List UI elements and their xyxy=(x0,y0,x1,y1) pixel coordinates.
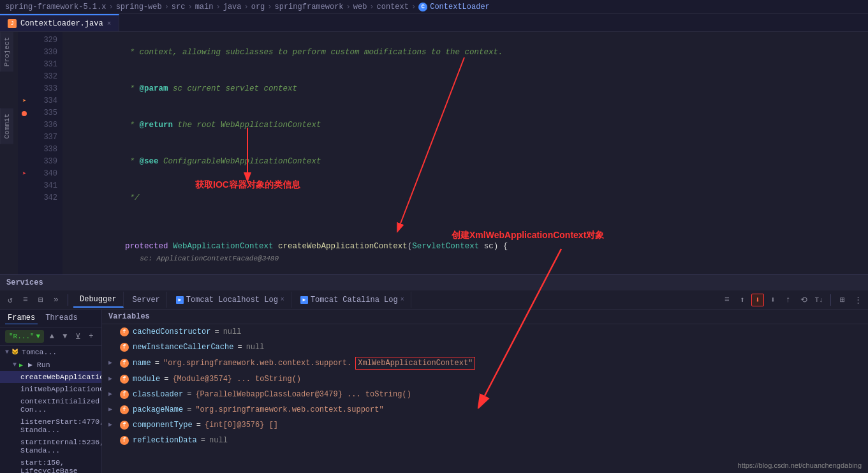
var-row-module[interactable]: ▶ f module = {Module@3574} ... toString(… xyxy=(102,372,868,387)
breadcrumb-item-0[interactable]: spring-framework-5.1.x xyxy=(5,3,106,11)
tree-label-ctxinit: contextInitialized:103, Con... xyxy=(20,397,102,414)
var-expand-name: ▶ xyxy=(108,357,116,369)
settings-btn[interactable]: ≡ xyxy=(721,294,733,306)
up-nav-btn[interactable]: ▲ xyxy=(47,330,57,343)
tab-server[interactable]: Server xyxy=(126,292,167,308)
tab-close-button[interactable]: × xyxy=(107,20,112,27)
breadcrumb-bar: spring-framework-5.1.x › spring-web › sr… xyxy=(0,0,868,14)
breadcrumb-item-active[interactable]: ContextLoader xyxy=(430,3,490,11)
type-webappcontext: WebApplicationContext xyxy=(173,242,274,251)
var-value-name-prefix: "org.springframework.web.context.support… xyxy=(163,357,351,369)
editor-area: ➤ ➤ 329 330 331 332 333 334 335 xyxy=(18,32,868,274)
tomcat-localhost-close[interactable]: × xyxy=(281,296,284,303)
var-row-reflectiondata[interactable]: f reflectionData = null xyxy=(102,433,868,448)
breadcrumb-item-2[interactable]: src xyxy=(172,3,186,11)
breadcrumb-item-8[interactable]: context xyxy=(377,3,409,11)
upload-btn[interactable]: ⬆ xyxy=(736,294,749,306)
var-value-packagename: "org.springframework.web.context.support… xyxy=(195,404,383,416)
var-row-packagename[interactable]: ▶ f packageName = "org.springframework.w… xyxy=(102,402,868,417)
breakpoint-335[interactable] xyxy=(22,111,27,116)
var-value-classloader: {ParallelWebappClassLoader@3479} ... toS… xyxy=(195,389,411,400)
down-nav-btn[interactable]: ▼ xyxy=(60,330,70,343)
var-icon-name: f xyxy=(120,359,129,368)
tree-init-web[interactable]: initWebApplicationContex... xyxy=(0,383,101,395)
see-annotation: @see xyxy=(140,157,159,166)
T-btn[interactable]: T↓ xyxy=(813,294,825,306)
tree-start-internal[interactable]: startInternal:5236, Standa... xyxy=(0,436,101,456)
align-button[interactable]: ≡ xyxy=(19,294,32,306)
tab-debugger[interactable]: Debugger xyxy=(73,292,124,308)
space1 xyxy=(168,242,173,251)
up-arrow-btn[interactable]: ↑ xyxy=(782,294,795,306)
var-eq-componenttype: = xyxy=(196,419,201,431)
filter-btn[interactable]: ⊻ xyxy=(73,330,83,343)
tree-context-init[interactable]: contextInitialized:103, Con... xyxy=(0,395,101,416)
var-row-componenttype[interactable]: ▶ f componentType = {int[0]@3576} [] xyxy=(102,417,868,433)
rotate-btn[interactable]: ⟲ xyxy=(797,294,810,306)
var-eq-packagename: = xyxy=(187,404,191,416)
download-btn[interactable]: ⬇ xyxy=(751,294,764,306)
threads-tab[interactable]: Threads xyxy=(43,312,80,324)
tree-run[interactable]: ▼ ▶ ▶ Run xyxy=(0,358,101,371)
frame-dropdown[interactable]: "R..." ▼ xyxy=(5,330,44,343)
space3: sc) { xyxy=(479,242,508,251)
var-row-newinstance[interactable]: f newInstanceCallerCache = null xyxy=(102,340,868,355)
method-create: createWebApplicationContext xyxy=(278,242,408,251)
breadcrumb-sep-2: › xyxy=(188,3,192,11)
var-value-module: {Module@3574} ... toString() xyxy=(172,373,301,385)
gutter-icons: ➤ ➤ xyxy=(18,32,31,274)
var-icon-classloader: f xyxy=(120,390,129,399)
tab-context-loader[interactable]: J ContextLoader.java × xyxy=(0,14,119,31)
refresh-button[interactable]: ↺ xyxy=(4,294,17,306)
breadcrumb-sep-6: › xyxy=(346,3,351,11)
breadcrumb-sep-5: › xyxy=(267,3,272,11)
tree-listener-start[interactable]: listenerStart:4770, Standa... xyxy=(0,416,101,436)
expand-button[interactable]: » xyxy=(50,294,63,306)
frames-tab[interactable]: Frames xyxy=(5,312,38,324)
tab-tomcat-catalina[interactable]: ▶ Tomcat Catalina Log × xyxy=(294,292,411,308)
var-row-cached[interactable]: f cachedConstructor = null xyxy=(102,324,868,340)
tab-label: ContextLoader.java xyxy=(20,19,103,28)
breadcrumb-item-6[interactable]: springframework xyxy=(275,3,344,11)
var-value-componenttype: {int[0]@3576} [] xyxy=(205,419,278,431)
tomcat-catalina-icon: ▶ xyxy=(300,296,308,304)
comment-332: * xyxy=(106,157,140,166)
tree-label-listener: listenerStart:4770, Standa... xyxy=(20,417,102,434)
watermark: https://blog.csdn.net/chuanchengdabing xyxy=(738,462,862,469)
breadcrumb-sep-0: › xyxy=(108,3,113,11)
frames-threads-header: Frames Threads xyxy=(0,310,101,327)
var-icon-cached: f xyxy=(120,327,129,336)
tree-label-start150: start:150, LifecycleBase (o... xyxy=(20,458,96,473)
tomcat-localhost-label: Tomcat Localhost Log xyxy=(186,296,278,304)
tree-start-150[interactable]: start:150, LifecycleBase (o... xyxy=(0,456,101,473)
breadcrumb-item-5[interactable]: org xyxy=(251,3,265,11)
dots-btn[interactable]: ⋮ xyxy=(851,294,864,306)
file-icon: J xyxy=(8,19,17,28)
add-frame-btn[interactable]: + xyxy=(86,330,96,343)
var-name-reflectiondata: reflectionData xyxy=(133,435,197,446)
breadcrumb-item-3[interactable]: main xyxy=(195,3,214,11)
var-name-classloader: classLoader xyxy=(133,389,183,400)
var-icon-packagename: f xyxy=(120,405,129,414)
debug-info-334: sc: ApplicationContextFacade@3480 xyxy=(131,255,279,262)
align2-button[interactable]: ⊟ xyxy=(34,294,47,306)
debugger-tab-label: Debugger xyxy=(80,295,117,304)
tab-tomcat-localhost[interactable]: ▶ Tomcat Localhost Log × xyxy=(170,292,291,308)
var-row-classloader[interactable]: ▶ f classLoader = {ParallelWebappClassLo… xyxy=(102,387,868,402)
tree-tomca[interactable]: ▼ 🐱 Tomca... xyxy=(0,346,101,358)
var-name-newinstance: newInstanceCallerCache xyxy=(133,342,233,353)
project-tab[interactable]: Project xyxy=(0,32,13,71)
services-toolbar: ↺ ≡ ⊟ » Debugger Server ▶ Tomcat Localho… xyxy=(0,290,868,310)
tomcat-catalina-close[interactable]: × xyxy=(401,296,404,303)
grid-btn[interactable]: ⊞ xyxy=(836,294,849,306)
commit-tab[interactable]: Commit xyxy=(0,109,13,144)
breadcrumb-item-1[interactable]: spring-web xyxy=(116,3,162,11)
download2-btn[interactable]: ⬇ xyxy=(767,294,779,306)
breadcrumb-item-4[interactable]: java xyxy=(223,3,242,11)
tomcat-catalina-label: Tomcat Catalina Log xyxy=(311,296,398,304)
var-row-name[interactable]: ▶ f name = "org.springframework.web.cont… xyxy=(102,355,868,372)
type-servletcontext: ServletContext xyxy=(412,242,479,251)
breadcrumb-item-7[interactable]: web xyxy=(353,3,367,11)
var-name-cached: cachedConstructor xyxy=(133,326,210,338)
tree-create-web[interactable]: createWebApplicationCon... xyxy=(0,371,101,383)
